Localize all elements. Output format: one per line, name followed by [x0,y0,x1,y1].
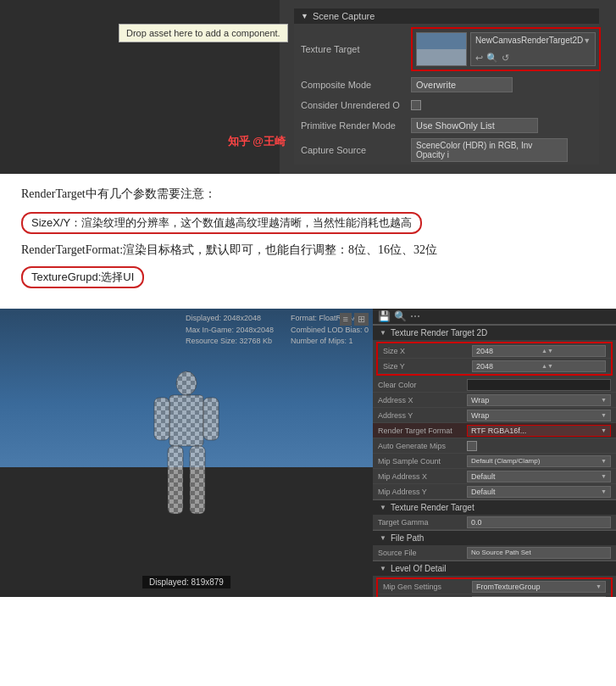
render-target-format-label: Render Target Format [378,427,467,435]
format-line: RenderTargetFormat:渲染目标格式，默认即可，也能自行调整：8位… [21,243,595,258]
size-x-arrows: ▲▼ [541,348,553,354]
toolbar-icon-1[interactable]: ≡ [340,313,352,326]
size-x-label: Size X [383,347,472,355]
composite-mode-value[interactable]: Overwrite [411,77,513,92]
primitive-render-row: Primitive Render Mode Use ShowOnly List [294,115,599,136]
mip-sample-value[interactable]: Default (Clamp/Clamp) [467,455,611,467]
primitive-render-value[interactable]: Use ShowOnly List [411,118,538,133]
file-path-header[interactable]: File Path [373,530,616,545]
properties-panel: 💾 🔍 ⋯ Texture Render Target 2D Size X 20… [373,309,616,597]
stat-displayed: Displayed: 2048x2048 [186,313,274,325]
composite-mode-row: Composite Mode Overwrite [294,75,599,95]
panel-header: Scene Capture [294,8,599,24]
toolbar-icon-2[interactable]: ⊞ [354,313,369,326]
address-x-value[interactable]: Wrap [467,394,611,406]
svg-rect-6 [154,398,169,440]
address-y-value[interactable]: Wrap [467,410,611,421]
texture-name-text: NewCanvasRenderTarget2D ▼ [471,33,595,47]
sizexy-line: SizeX/Y：渲染纹理的分辨率，这个数值越高纹理越清晰，当然性能消耗也越高 [21,212,422,234]
file-path-title: File Path [391,533,424,543]
mip-gen-label: Mip Gen Settings [383,583,472,591]
address-x-label: Address X [378,396,467,404]
mip-addr-y-row: Mip Address Y Default [373,484,616,499]
render-target-format-value[interactable]: RTF RGBA16f... [467,425,611,437]
section-title: Texture Render Target 2D [391,328,487,337]
mip-addr-y-value[interactable]: Default [467,486,611,498]
texturegroup-line: TextureGrupd:选择UI [21,266,144,288]
texture-target-box: NewCanvasRenderTarget2D ▼ ↩ 🔍 ↺ [411,27,601,71]
address-y-row: Address Y Wrap [373,408,616,423]
consider-unrendered-checkbox[interactable] [411,100,421,110]
address-x-row: Address X Wrap [373,393,616,408]
middle-section: RenderTarget中有几个参数需要注意： SizeX/Y：渲染纹理的分辨率… [0,174,616,309]
search-icon[interactable]: 🔍 [486,53,498,64]
source-file-value[interactable]: No Source Path Set [467,547,611,559]
texture-target-inner: NewCanvasRenderTarget2D ▼ ↩ 🔍 ↺ [416,32,596,66]
clear-color-row: Clear Color [373,377,616,393]
stat-resourcesize: Resource Size: 32768 Kb [186,336,274,348]
texturegroup-highlighted: TextureGrupd:选择UI [21,266,595,300]
lod-header[interactable]: Level Of Detail [373,561,616,576]
back-icon[interactable]: ↩ [475,53,483,64]
watermark: 知乎 @王崎 [228,134,286,149]
more-icon[interactable]: ⋯ [410,310,420,322]
target-gamma-label: Target Gamma [378,518,467,527]
mip-gen-row: Mip Gen Settings FromTextureGroup [378,579,611,594]
size-x-row: Size X 2048 ▲▼ [378,343,611,359]
dropdown-arrow-icon: ▼ [583,36,591,45]
size-x-value[interactable]: 2048 ▲▼ [472,345,606,357]
svg-rect-8 [168,446,183,514]
lod-title: Level Of Detail [391,564,447,573]
browse-icon[interactable]: 🔍 [394,310,407,322]
capture-source-label: Capture Source [301,145,411,155]
capture-source-value[interactable]: SceneColor (HDR) in RGB, Inv Opacity i [411,138,568,162]
texture-render-target-header-2[interactable]: Texture Render Target [373,499,616,515]
render-target-format-row: Render Target Format RTF RGBA16f... [373,423,616,438]
viewport-label: Displayed: 819x879 [142,576,230,588]
lod-bias-value[interactable]: 0 [472,596,606,598]
human-figure [144,368,229,538]
lod-section: Level Of Detail Mip Gen Settings FromTex… [373,561,616,597]
auto-mips-checkbox[interactable] [467,441,477,451]
svg-rect-5 [169,395,203,446]
file-path-section: File Path Source File No Source Path Set [373,530,616,561]
size-y-label: Size Y [383,362,472,371]
source-file-label: Source File [378,549,467,557]
scene-capture-panel: Scene Capture Texture Target NewCanvasRe… [294,8,599,165]
consider-unrendered-row: Consider Unrendered O [294,95,599,115]
auto-mips-label: Auto Generate Mips [378,442,467,450]
bottom-screenshot-section: Displayed: 2048x2048 Max In-Game: 2048x2… [0,309,616,597]
stat-maxingame: Max In-Game: 2048x2048 [186,325,274,337]
texture-render-target-section: Texture Render Target 2D Size X 2048 ▲▼ … [373,325,616,499]
mip-gen-value[interactable]: FromTextureGroup [472,581,606,593]
texture-name-value: NewCanvasRenderTarget2D [475,36,583,45]
mip-addr-x-label: Mip Address X [378,472,467,481]
texture-name-box: NewCanvasRenderTarget2D ▼ ↩ 🔍 ↺ [470,32,596,66]
clear-color-value[interactable] [467,379,611,391]
svg-point-4 [176,371,197,395]
sync-icon[interactable]: ↺ [502,53,509,64]
target-gamma-value[interactable]: 0.0 [467,516,611,528]
size-y-arrows: ▲▼ [541,363,553,369]
clear-color-label: Clear Color [378,381,467,389]
svg-rect-7 [203,398,219,440]
svg-rect-9 [190,446,205,514]
save-icon[interactable]: 💾 [378,310,391,322]
stat-mips: Number of Mips: 1 [291,336,369,348]
tooltip-text: Drop asset here to add a component. [126,28,280,38]
mip-addr-x-value[interactable]: Default [467,471,611,482]
texture-target-row: Texture Target NewCanvasRenderTarget2D ▼… [294,24,599,75]
capture-source-row: Capture Source SceneColor (HDR) in RGB, … [294,136,599,165]
section-2-title: Texture Render Target [391,503,474,512]
texture-preview [416,32,467,66]
texture-render-target-section-2: Texture Render Target Target Gamma 0.0 [373,499,616,530]
viewport-toolbar: ≡ ⊞ [340,313,369,326]
mip-addr-y-label: Mip Address Y [378,488,467,496]
size-y-value[interactable]: 2048 ▲▼ [472,360,606,372]
address-y-label: Address Y [378,411,467,420]
target-gamma-row: Target Gamma 0.0 [373,515,616,530]
texture-render-target-header[interactable]: Texture Render Target 2D [373,325,616,340]
size-y-row: Size Y 2048 ▲▼ [378,359,611,374]
composite-mode-label: Composite Mode [301,80,411,90]
mip-addr-x-row: Mip Address X Default [373,469,616,484]
